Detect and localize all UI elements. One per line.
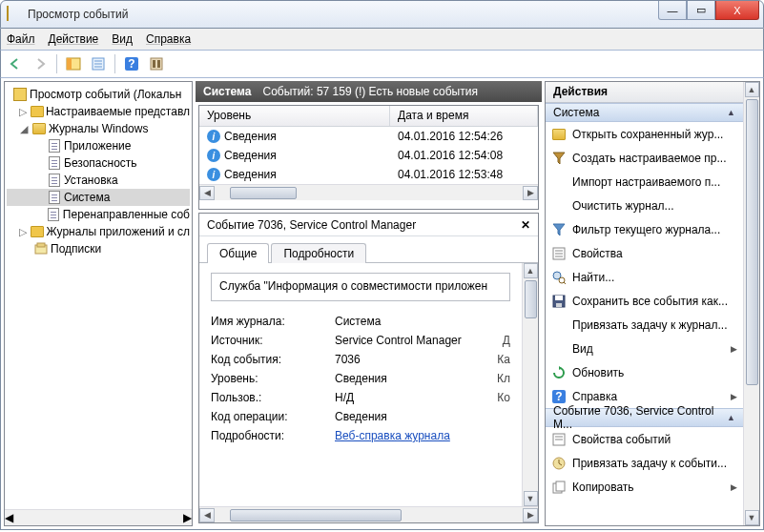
event-detail: Событие 7036, Service Control Manager ✕ … [198,213,539,523]
action-create-custom-view[interactable]: Создать настраиваемое пр... [546,146,743,170]
svg-line-19 [564,282,566,284]
view-icon [551,341,567,357]
app-icon [7,7,22,22]
action-properties[interactable]: Свойства [546,241,743,265]
actions-header: Действия [546,82,743,103]
maximize-button[interactable]: ▭ [687,1,715,20]
attach-task-icon [551,456,567,471]
tree-app-logs[interactable]: ▷ Журналы приложений и сл [7,223,190,240]
window-titlebar: Просмотр событий — ▭ X [0,0,764,29]
menu-help[interactable]: Справка [146,32,191,46]
tree-setup[interactable]: Установка [7,172,190,189]
col-datetime[interactable]: Дата и время [390,106,538,126]
action-filter-log[interactable]: Фильтр текущего журнала... [546,217,743,241]
close-button[interactable]: X [715,1,759,20]
center-panel: Система Событий: 57 159 (!) Есть новые с… [196,81,542,526]
collapse-icon[interactable]: ◢ [18,123,30,135]
svg-rect-21 [555,296,563,300]
detail-hscrollbar[interactable]: ◀▶ [199,506,538,522]
tree-hscrollbar[interactable]: ◀▶ [5,509,192,525]
collapse-icon[interactable]: ▲ [727,413,735,422]
event-list: Уровень Дата и время iСведения 04.01.201… [198,105,539,210]
actions-group-event[interactable]: Событие 7036, Service Control M...▲ [546,408,743,427]
info-icon: i [207,168,220,181]
tree-subscriptions[interactable]: Подписки [7,240,190,257]
action-refresh[interactable]: Обновить [546,360,743,384]
properties-icon [551,432,567,447]
event-row[interactable]: iСведения 04.01.2016 12:54:26 [199,127,538,146]
filter-icon [551,222,567,237]
folder-icon [31,104,44,119]
svg-rect-1 [67,58,72,70]
forward-button[interactable] [30,53,51,74]
action-copy[interactable]: Копировать▶ [546,475,743,499]
tree-security[interactable]: Безопасность [7,154,190,172]
center-count: Событий: 57 159 (!) Есть новые события [263,85,478,98]
extra-button[interactable] [146,53,167,74]
menu-view[interactable]: Вид [112,32,133,46]
action-event-properties[interactable]: Свойства событий [546,427,743,451]
toolbar: ? [0,50,764,78]
tree-forwarded[interactable]: Перенаправленные соб [7,206,190,223]
clear-icon [551,198,567,214]
center-header: Система Событий: 57 159 (!) Есть новые с… [196,81,542,102]
properties-button[interactable] [88,53,109,74]
funnel-icon [551,151,567,166]
menu-action[interactable]: Действие [49,32,99,46]
svg-rect-8 [151,58,162,70]
col-level[interactable]: Уровень [199,106,390,126]
tab-general[interactable]: Общие [207,243,269,263]
event-row[interactable]: iСведения 04.01.2016 12:53:48 [199,165,538,184]
tree-application[interactable]: Приложение [7,137,190,154]
action-attach-task-log[interactable]: Привязать задачу к журнал... [546,313,743,337]
tree-panel: Просмотр событий (Локальн ▷ Настраиваемы… [4,81,193,526]
chevron-right-icon: ▶ [731,344,737,354]
svg-text:?: ? [128,57,134,71]
tree-windows-logs[interactable]: ◢ Журналы Windows [7,120,190,137]
show-tree-button[interactable] [63,53,84,74]
back-button[interactable] [5,53,26,74]
event-viewer-icon [12,87,28,102]
center-title: Система [203,85,252,98]
web-help-link[interactable]: Веб-справка журнала [335,429,450,442]
event-row[interactable]: iСведения 04.01.2016 12:54:08 [199,146,538,165]
expand-icon[interactable]: ▷ [18,106,29,118]
detail-description: Служба "Информация о совместимости прило… [211,273,510,301]
window-title: Просмотр событий [28,8,128,21]
properties-icon [551,246,567,261]
chevron-right-icon: ▶ [731,392,737,401]
detail-title: Событие 7036, Service Control Manager [207,218,416,232]
attach-icon [551,317,567,333]
help-button[interactable]: ? [121,53,142,74]
action-import-custom-view[interactable]: Импорт настраиваемого п... [546,170,743,194]
action-find[interactable]: Найти... [546,265,743,289]
refresh-icon [551,365,567,380]
detail-tabs: Общие Подробности [199,236,538,263]
collapse-icon[interactable]: ▲ [727,108,735,117]
log-icon [47,173,62,188]
action-open-saved-log[interactable]: Открыть сохраненный жур... [546,122,743,146]
folder-open-icon [551,127,567,142]
svg-rect-9 [153,60,155,68]
minimize-button[interactable]: — [658,1,687,20]
action-view[interactable]: Вид▶ [546,337,743,360]
tree-system[interactable]: Система [7,189,190,206]
tree-custom-views[interactable]: ▷ Настраиваемые представл [7,103,190,120]
action-save-events[interactable]: Сохранить все события как... [546,289,743,313]
import-icon [551,174,567,190]
action-clear-log[interactable]: Очистить журнал... [546,194,743,217]
detail-vscrollbar[interactable]: ▲▼ [522,263,538,506]
event-list-hscrollbar[interactable]: ◀▶ [199,184,538,200]
detail-header: Событие 7036, Service Control Manager ✕ [199,214,538,236]
menu-file[interactable]: Файл [7,32,35,46]
tab-details[interactable]: Подробности [271,243,366,263]
tree-root[interactable]: Просмотр событий (Локальн [7,86,190,103]
svg-rect-12 [37,243,45,247]
copy-icon [551,480,567,495]
detail-close-button[interactable]: ✕ [521,218,530,232]
info-icon: i [207,130,220,143]
actions-group-system[interactable]: Система▲ [546,103,743,122]
action-attach-task-event[interactable]: Привязать задачу к событи... [546,451,743,475]
actions-vscrollbar[interactable]: ▲▼ [743,82,759,525]
expand-icon[interactable]: ▷ [18,226,29,238]
